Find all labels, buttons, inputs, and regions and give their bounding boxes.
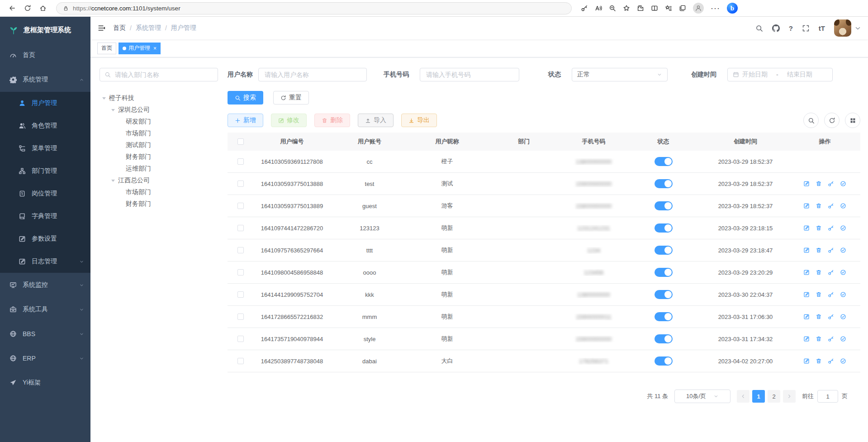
modify-button[interactable]: 修改 xyxy=(271,114,307,127)
row-checkbox[interactable] xyxy=(237,181,244,187)
key-icon[interactable] xyxy=(581,5,588,12)
assign-role-icon[interactable] xyxy=(840,225,846,231)
tree-node[interactable]: 市场部门 xyxy=(96,186,219,198)
delete-row-icon[interactable] xyxy=(816,336,822,342)
home-icon[interactable] xyxy=(35,1,51,15)
edit-row-icon[interactable] xyxy=(803,291,810,298)
back-icon[interactable] xyxy=(5,1,20,15)
zoom-out-icon[interactable] xyxy=(609,5,616,12)
assign-role-icon[interactable] xyxy=(840,203,846,209)
status-toggle[interactable] xyxy=(655,356,673,366)
reset-button[interactable]: 重置 xyxy=(273,91,309,105)
reset-password-icon[interactable] xyxy=(828,225,834,231)
next-page-icon[interactable] xyxy=(783,390,796,403)
sidebar-item-system-management[interactable]: 系统管理 xyxy=(0,67,90,92)
page-button-2[interactable]: 2 xyxy=(768,390,780,403)
export-button[interactable]: 导出 xyxy=(401,114,437,127)
assign-role-icon[interactable] xyxy=(840,336,846,342)
tree-node[interactable]: 江西总公司 xyxy=(96,175,219,186)
tree-node[interactable]: 市场部门 xyxy=(96,128,219,139)
fullscreen-icon[interactable] xyxy=(802,24,810,32)
breadcrumb-home[interactable]: 首页 xyxy=(113,24,126,32)
row-checkbox[interactable] xyxy=(237,225,244,231)
delete-button[interactable]: 删除 xyxy=(314,114,350,127)
end-date-placeholder[interactable]: 结束日期 xyxy=(787,71,812,79)
breadcrumb-section[interactable]: 系统管理 xyxy=(136,24,161,32)
username-input[interactable] xyxy=(258,68,367,81)
delete-row-icon[interactable] xyxy=(816,314,822,320)
sidebar-item-home[interactable]: 首页 xyxy=(0,43,90,67)
dept-search-input[interactable] xyxy=(100,68,218,81)
reset-password-icon[interactable] xyxy=(828,358,834,364)
toggle-search-icon[interactable] xyxy=(803,113,819,128)
tree-node[interactable]: 橙子科技 xyxy=(96,92,219,104)
sidebar-item-system-monitor[interactable]: 系统监控 xyxy=(0,273,90,297)
row-checkbox[interactable] xyxy=(237,358,244,364)
tree-node[interactable]: 财务部门 xyxy=(96,198,219,210)
prev-page-icon[interactable] xyxy=(737,390,749,403)
tag-home[interactable]: 首页 xyxy=(97,43,116,54)
status-toggle[interactable] xyxy=(655,290,673,299)
row-checkbox[interactable] xyxy=(237,314,244,320)
reset-password-icon[interactable] xyxy=(828,203,834,209)
tree-node[interactable]: 财务部门 xyxy=(96,151,219,163)
assign-role-icon[interactable] xyxy=(840,291,846,298)
font-size-icon[interactable]: tT xyxy=(819,24,825,32)
delete-row-icon[interactable] xyxy=(816,225,822,231)
edit-row-icon[interactable] xyxy=(803,247,810,253)
edit-row-icon[interactable] xyxy=(803,181,810,187)
edit-row-icon[interactable] xyxy=(803,336,810,342)
address-bar[interactable]: https://ccnetcore.com:1101/system/user xyxy=(56,2,572,14)
start-date-placeholder[interactable]: 开始日期 xyxy=(742,71,768,79)
caret-down-icon[interactable] xyxy=(111,180,115,184)
search-button[interactable]: 搜索 xyxy=(228,91,263,105)
sidebar-item-param-settings[interactable]: 参数设置 xyxy=(0,228,90,250)
row-checkbox[interactable] xyxy=(237,247,244,253)
row-checkbox[interactable] xyxy=(237,336,244,342)
edit-row-icon[interactable] xyxy=(803,358,810,364)
tree-node[interactable]: 研发部门 xyxy=(96,116,219,128)
phone-input[interactable] xyxy=(420,68,519,81)
edit-row-icon[interactable] xyxy=(803,225,810,231)
tree-node[interactable]: 运维部门 xyxy=(96,163,219,175)
date-range-picker[interactable]: 开始日期 - 结束日期 xyxy=(727,68,833,81)
row-checkbox[interactable] xyxy=(237,291,244,298)
edit-row-icon[interactable] xyxy=(803,314,810,320)
refresh-table-icon[interactable] xyxy=(824,113,840,128)
reload-icon[interactable] xyxy=(20,1,35,15)
status-select[interactable]: 正常 xyxy=(572,68,668,81)
edit-row-icon[interactable] xyxy=(803,269,810,276)
goto-page-input[interactable]: 1 xyxy=(817,390,838,403)
status-toggle[interactable] xyxy=(655,334,673,343)
sidebar-item-post-management[interactable]: 岗位管理 xyxy=(0,182,90,205)
assign-role-icon[interactable] xyxy=(840,181,846,187)
close-icon[interactable]: × xyxy=(153,45,157,52)
row-checkbox[interactable] xyxy=(237,158,244,165)
sidebar-item-system-tools[interactable]: 系统工具 xyxy=(0,297,90,322)
reset-password-icon[interactable] xyxy=(828,314,834,320)
user-avatar[interactable] xyxy=(834,19,851,37)
sidebar-item-menu-management[interactable]: 菜单管理 xyxy=(0,137,90,160)
search-icon[interactable] xyxy=(755,24,763,32)
caret-down-icon[interactable] xyxy=(111,109,115,113)
read-aloud-icon[interactable] xyxy=(595,5,602,12)
status-toggle[interactable] xyxy=(655,246,673,255)
split-screen-icon[interactable] xyxy=(651,5,658,12)
add-button[interactable]: 新增 xyxy=(228,114,263,127)
status-toggle[interactable] xyxy=(655,312,673,321)
username-field[interactable] xyxy=(264,71,361,79)
tree-node[interactable]: 深圳总公司 xyxy=(96,104,219,116)
caret-down-icon[interactable] xyxy=(102,97,106,101)
tag-user-management[interactable]: 用户管理 × xyxy=(119,43,161,54)
status-toggle[interactable] xyxy=(655,179,673,188)
import-button[interactable]: 导入 xyxy=(358,114,394,127)
github-icon[interactable] xyxy=(772,24,780,32)
page-size-select[interactable]: 10条/页 xyxy=(674,390,730,403)
assign-role-icon[interactable] xyxy=(840,247,846,253)
bing-sidebar-icon[interactable]: b xyxy=(727,3,738,14)
favorites-bar-icon[interactable] xyxy=(665,5,672,12)
delete-row-icon[interactable] xyxy=(816,247,822,253)
dept-search-field[interactable] xyxy=(114,71,213,79)
phone-field[interactable] xyxy=(425,71,514,79)
sidebar-item-dept-management[interactable]: 部门管理 xyxy=(0,160,90,182)
